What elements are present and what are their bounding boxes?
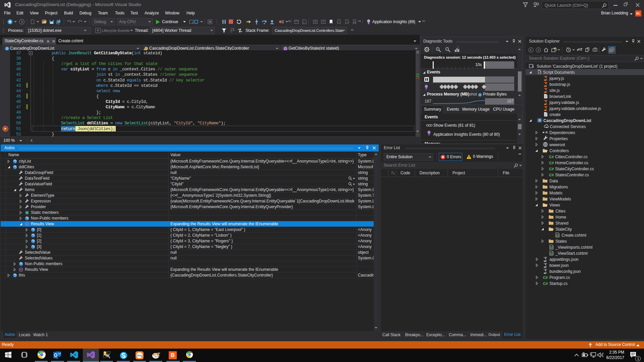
- svg-text:C#: C#: [543, 282, 548, 286]
- svg-text:C#: C#: [549, 155, 554, 159]
- svg-text:Ring: Ring: [137, 354, 142, 357]
- svg-text:1: 1: [637, 357, 639, 361]
- svg-text:C#: C#: [543, 276, 548, 280]
- svg-text:@: @: [550, 245, 553, 249]
- svg-text:C#: C#: [549, 161, 554, 165]
- svg-text:@: @: [556, 233, 559, 237]
- svg-text:@: @: [550, 251, 553, 255]
- svg-text:C#: C#: [549, 167, 554, 171]
- svg-text:C#: C#: [549, 173, 554, 177]
